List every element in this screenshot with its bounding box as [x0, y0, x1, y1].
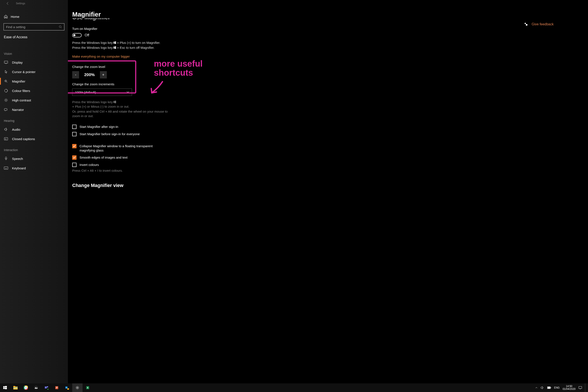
tray-volume-icon[interactable]: [541, 386, 544, 389]
sidebar-item-keyboard[interactable]: Keyboard: [0, 163, 68, 173]
checkbox-before-signin[interactable]: [72, 132, 76, 136]
home-icon: [4, 14, 8, 18]
hint-zoom-keys: Press the Windows logo key + Plus (+) or…: [72, 100, 171, 109]
svg-line-76: [76, 388, 77, 389]
sidebar-item-label: Closed captions: [12, 137, 35, 141]
svg-rect-34: [114, 42, 114, 42]
svg-rect-38: [114, 47, 114, 48]
svg-rect-83: [579, 386, 582, 388]
sidebar-item-display[interactable]: Display: [0, 58, 68, 67]
svg-line-75: [78, 388, 79, 389]
search-icon: [59, 25, 62, 28]
sidebar-item-label: Keyboard: [12, 166, 26, 170]
svg-point-4: [59, 26, 61, 28]
sidebar-item-label: Display: [12, 60, 22, 64]
svg-text:T: T: [45, 387, 46, 388]
svg-line-19: [7, 101, 8, 102]
task-outlook[interactable]: O: [62, 384, 72, 392]
show-desktop-button[interactable]: [585, 384, 586, 392]
audio-icon: [4, 127, 8, 132]
sidebar-item-speech[interactable]: Speech: [0, 154, 68, 163]
start-button[interactable]: [0, 384, 10, 392]
svg-line-21: [7, 99, 8, 99]
task-settings[interactable]: [72, 384, 82, 392]
sidebar-item-cursor[interactable]: Cursor & pointer: [0, 67, 68, 76]
task-photos[interactable]: [31, 384, 41, 392]
checkbox-smooth[interactable]: [72, 156, 76, 160]
svg-line-18: [5, 99, 5, 99]
svg-line-20: [5, 101, 5, 102]
svg-rect-27: [4, 167, 8, 169]
keyboard-icon: [4, 166, 8, 170]
svg-rect-47: [5, 386, 7, 388]
closed-captions-icon: cc: [4, 137, 8, 141]
annotation-arrow: [148, 80, 167, 97]
svg-rect-46: [3, 386, 5, 388]
task-teams[interactable]: T: [41, 384, 52, 392]
home-button[interactable]: Home: [0, 12, 68, 22]
svg-rect-40: [114, 48, 114, 48]
checkbox-collapse[interactable]: [72, 144, 76, 148]
svg-text:cc: cc: [5, 138, 7, 140]
sidebar-item-magnifier[interactable]: Magnifier: [0, 76, 68, 86]
check-label: Invert colours: [80, 163, 99, 167]
svg-rect-42: [114, 101, 114, 102]
sidebar-item-label: Colour filters: [12, 89, 30, 93]
sidebar-item-label: Narrator: [12, 108, 24, 112]
task-file-explorer[interactable]: [10, 384, 21, 392]
task-chrome[interactable]: [21, 384, 31, 392]
home-label: Home: [11, 15, 19, 18]
sidebar-item-label: Audio: [12, 128, 20, 131]
svg-point-13: [5, 99, 7, 101]
tray-chevron-icon[interactable]: [535, 386, 538, 389]
svg-rect-81: [550, 387, 551, 388]
svg-rect-43: [115, 101, 116, 102]
task-powerpoint[interactable]: P: [52, 384, 62, 392]
give-feedback-link[interactable]: Give feedback: [524, 22, 554, 26]
page-title: Magnifier: [72, 11, 577, 18]
magnifier-toggle[interactable]: [72, 33, 82, 38]
make-bigger-link[interactable]: Make everything on my computer bigger: [72, 54, 130, 58]
svg-rect-82: [548, 387, 550, 388]
svg-rect-39: [115, 46, 116, 48]
svg-text:O: O: [66, 387, 67, 388]
zoom-plus-button[interactable]: +: [100, 71, 107, 78]
svg-line-9: [6, 82, 7, 82]
change-view-heading: Change Magnifier view: [72, 183, 577, 188]
svg-text:P: P: [56, 387, 58, 389]
zoom-level-label: Change the zoom level: [72, 65, 577, 68]
zoom-increments-dropdown[interactable]: 100% (default): [72, 88, 132, 96]
checkbox-after-signin[interactable]: [72, 125, 76, 129]
check-label: Start Magnifier after sign-in: [80, 125, 118, 129]
tray-notifications-icon[interactable]: [578, 386, 582, 389]
tray-battery-icon[interactable]: [547, 386, 551, 389]
tray-clock[interactable]: 14:50 01/04/2020: [563, 385, 576, 390]
svg-rect-25: [5, 157, 7, 159]
sidebar-item-closed-captions[interactable]: cc Closed captions: [0, 134, 68, 144]
main-content: Give feedback Magnifier Use Magnifier Tu…: [68, 0, 588, 384]
svg-point-32: [524, 23, 526, 24]
zoom-minus-button[interactable]: -: [72, 71, 79, 78]
svg-rect-48: [3, 388, 5, 389]
svg-rect-49: [5, 388, 7, 389]
sidebar-item-high-contrast[interactable]: High contrast: [0, 96, 68, 105]
task-excel[interactable]: X: [82, 384, 93, 392]
sidebar-item-audio[interactable]: Audio: [0, 125, 68, 134]
tray-language[interactable]: ENG: [554, 386, 560, 389]
high-contrast-icon: [4, 98, 8, 102]
svg-point-62: [47, 386, 48, 388]
svg-rect-45: [115, 102, 116, 103]
svg-rect-41: [115, 48, 116, 49]
sidebar: Home Find a setting Ease of Access Visio…: [0, 0, 68, 384]
sidebar-item-narrator[interactable]: Narrator: [0, 105, 68, 114]
search-input[interactable]: Find a setting: [4, 23, 64, 30]
sidebar-item-label: Magnifier: [12, 80, 25, 83]
chevron-down-icon: [126, 91, 129, 93]
svg-rect-51: [13, 386, 15, 387]
search-placeholder: Find a setting: [6, 25, 25, 29]
sidebar-item-colour-filters[interactable]: Colour filters: [0, 86, 68, 96]
svg-rect-35: [115, 42, 116, 42]
checkbox-invert[interactable]: [72, 163, 76, 167]
sidebar-item-label: High contrast: [12, 98, 31, 102]
svg-rect-6: [4, 61, 8, 63]
